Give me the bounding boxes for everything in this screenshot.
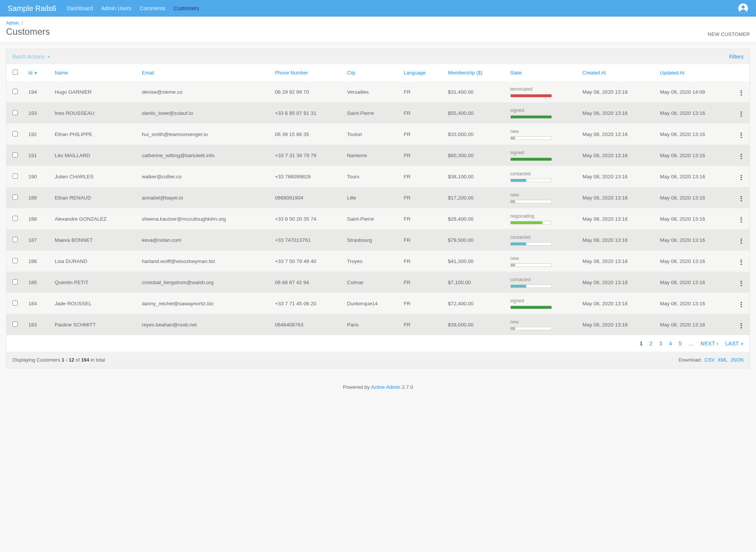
row-checkbox[interactable]	[12, 237, 18, 242]
select-all-checkbox[interactable]	[12, 70, 18, 75]
cell-name: Alexandre GONZALEZ	[50, 208, 138, 229]
cell-email: keva@nolan.com	[137, 229, 270, 250]
row-checkbox[interactable]	[12, 279, 18, 285]
page-5[interactable]: 5	[679, 340, 682, 346]
download-csv[interactable]: CSV	[705, 357, 715, 363]
table-row[interactable]: 193Ines ROUSSEAUdanilo_lowe@zulauf.io+33…	[6, 102, 750, 124]
brand[interactable]: Sample Rails6	[8, 4, 56, 13]
row-actions-kebab-icon[interactable]	[738, 280, 744, 287]
page-last[interactable]: LAST »	[725, 340, 744, 346]
row-checkbox[interactable]	[12, 216, 18, 221]
cell-name: Ines ROUSSEAU	[50, 102, 138, 124]
filters-link[interactable]: Filters	[729, 54, 744, 60]
state-bar	[510, 263, 552, 267]
cell-created-at: May 08, 2020 13:16	[578, 124, 655, 145]
cell-membership: $41,300.00	[443, 250, 505, 272]
col-updated-at[interactable]: Updated At	[655, 64, 733, 81]
cell-state: signed	[506, 293, 578, 314]
new-customer-button[interactable]: NEW CUSTOMER	[708, 31, 750, 37]
cell-id: 183	[24, 314, 50, 335]
page-3[interactable]: 3	[659, 340, 662, 346]
cell-language: FR	[399, 314, 443, 335]
col-id[interactable]: Id▼	[24, 64, 50, 81]
cell-city: Tours	[342, 166, 399, 187]
panel-footer: Displaying Customers 1 - 12 of 194 in to…	[6, 352, 750, 368]
table-row[interactable]: 184Jade ROUSSELdanny_reichel@sawaynortiz…	[6, 293, 750, 314]
state-label: contacted	[510, 235, 574, 240]
cell-created-at: May 08, 2020 13:16	[578, 314, 655, 335]
row-checkbox[interactable]	[12, 258, 18, 263]
table-row[interactable]: 187Maeva BONNETkeva@nolan.com+33 7470137…	[6, 229, 750, 250]
row-actions-kebab-icon[interactable]	[738, 89, 744, 97]
cell-id: 190	[24, 166, 50, 187]
download-xml[interactable]: XML	[717, 357, 727, 363]
table-row[interactable]: 194Hugo GARNIERdenise@zieme.co06 29 92 9…	[6, 81, 750, 102]
row-checkbox[interactable]	[12, 131, 18, 136]
col-name[interactable]: Name	[50, 64, 138, 81]
row-checkbox[interactable]	[12, 152, 18, 158]
col-state[interactable]: State	[506, 64, 578, 81]
cell-language: FR	[399, 250, 443, 272]
col-membership[interactable]: Membership ($)	[443, 64, 505, 81]
batch-actions-dropdown[interactable]: Batch Actions ▼	[12, 54, 51, 60]
table-row[interactable]: 191Léo MAILLARDcatherine_witting@bartole…	[6, 145, 750, 166]
table-row[interactable]: 185Quentin PETITcristobal_bergstrom@wals…	[6, 272, 750, 293]
row-checkbox[interactable]	[12, 89, 18, 94]
cell-phone: +33 7 31 39 79 79	[270, 145, 342, 166]
table-row[interactable]: 186Lisa DURANDharland.wolff@wisozkwyman.…	[6, 250, 750, 272]
user-avatar-icon[interactable]	[738, 3, 748, 14]
nav-comments[interactable]: Comments	[140, 5, 166, 11]
row-actions-kebab-icon[interactable]	[738, 174, 744, 181]
col-phone[interactable]: Phone Number	[270, 64, 342, 81]
col-created-at[interactable]: Created At	[578, 64, 655, 81]
row-actions-kebab-icon[interactable]	[738, 153, 744, 160]
table-row[interactable]: 189Ethan RENAUDannabel@bayer.io066808190…	[6, 187, 750, 208]
nav-customers[interactable]: Customers	[174, 5, 199, 11]
page-next[interactable]: NEXT ›	[700, 340, 718, 346]
row-checkbox[interactable]	[12, 173, 18, 179]
cell-phone: +33 7 71 45 06 20	[270, 293, 342, 314]
state-label: new	[510, 129, 574, 134]
cell-phone: 06 29 92 99 70	[270, 81, 342, 102]
row-actions-kebab-icon[interactable]	[738, 131, 744, 139]
page-2[interactable]: 2	[649, 340, 652, 346]
row-actions-kebab-icon[interactable]	[738, 258, 744, 266]
display-info: Displaying Customers 1 - 12 of 194 in to…	[12, 357, 679, 363]
cell-language: FR	[399, 145, 443, 166]
nav-admin-users[interactable]: Admin Users	[101, 5, 131, 11]
cell-name: Léo MAILLARD	[50, 145, 138, 166]
row-actions-kebab-icon[interactable]	[738, 216, 744, 224]
col-city[interactable]: City	[342, 64, 399, 81]
row-checkbox[interactable]	[12, 300, 18, 306]
cell-id: 187	[24, 229, 50, 250]
table-row[interactable]: 190Julien CHARLESwalker@collier.co+33 76…	[6, 166, 750, 187]
table-row[interactable]: 192Ethan PHILIPPEhui_smith@leannonsenger…	[6, 124, 750, 145]
row-actions-kebab-icon[interactable]	[738, 110, 744, 118]
row-checkbox[interactable]	[12, 322, 18, 327]
page-4[interactable]: 4	[669, 340, 672, 346]
credit-link[interactable]: Active Admin	[371, 384, 400, 390]
cell-city: Versailles	[342, 81, 399, 102]
pagination: 1 2 3 4 5 … NEXT › LAST »	[6, 335, 750, 352]
row-actions-kebab-icon[interactable]	[738, 322, 744, 329]
row-checkbox[interactable]	[12, 110, 18, 115]
breadcrumb-admin[interactable]: Admin	[6, 20, 19, 26]
row-checkbox[interactable]	[12, 195, 18, 200]
cell-language: FR	[399, 293, 443, 314]
col-email[interactable]: Email	[137, 64, 270, 81]
row-actions-kebab-icon[interactable]	[738, 301, 744, 308]
cell-city: Saint-Pierre	[342, 208, 399, 229]
cell-membership: $72,400.00	[443, 293, 505, 314]
cell-language: FR	[399, 187, 443, 208]
nav-dashboard[interactable]: Dashboard	[67, 5, 93, 11]
row-actions-kebab-icon[interactable]	[738, 237, 744, 245]
row-actions-kebab-icon[interactable]	[738, 195, 744, 203]
cell-membership: $55,400.00	[443, 102, 505, 124]
cell-updated-at: May 08, 2020 13:16	[655, 124, 733, 145]
cell-name: Pauline SCHMITT	[50, 314, 138, 335]
table-row[interactable]: 188Alexandre GONZALEZsheena.kautzer@mccu…	[6, 208, 750, 229]
download-json[interactable]: JSON	[730, 357, 744, 363]
cell-email: hui_smith@leannonsenger.io	[137, 124, 270, 145]
table-row[interactable]: 183Pauline SCHMITTreyes.beahan@roob.net0…	[6, 314, 750, 335]
col-language[interactable]: Language	[399, 64, 443, 81]
